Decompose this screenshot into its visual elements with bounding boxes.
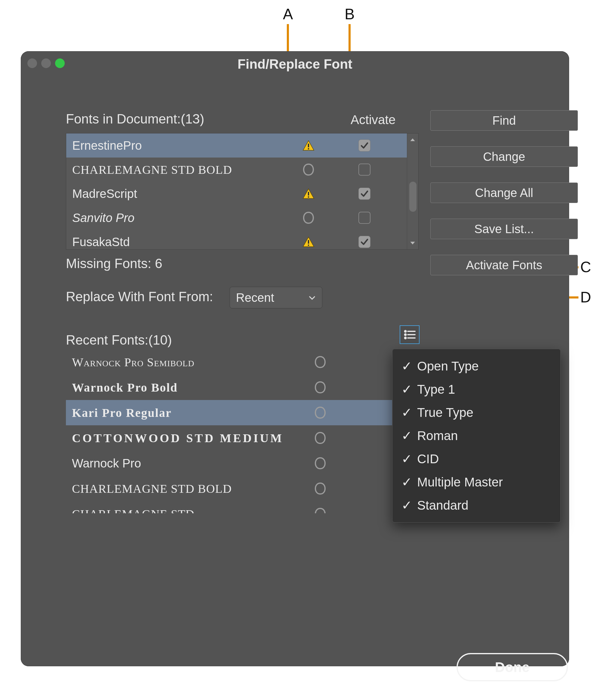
change-all-button[interactable]: Change All bbox=[430, 183, 578, 203]
check-icon: ✓ bbox=[401, 452, 412, 466]
scroll-down-icon[interactable] bbox=[409, 240, 416, 246]
find-button[interactable]: Find bbox=[430, 110, 578, 131]
scroll-thumb[interactable] bbox=[409, 182, 417, 212]
fonts-in-document-list[interactable]: ErnestineProCHARLEMAGNE STD BOLDMadreScr… bbox=[66, 133, 419, 250]
activate-checkbox[interactable] bbox=[359, 139, 370, 152]
replace-source-value: Recent bbox=[236, 291, 274, 304]
svg-point-4 bbox=[405, 338, 406, 339]
font-type-filter-popup: ✓Open Type✓Type 1✓True Type✓Roman✓CID✓Mu… bbox=[392, 349, 561, 522]
filter-option[interactable]: ✓Type 1 bbox=[400, 378, 552, 401]
callout-label-C: C bbox=[580, 259, 591, 276]
filter-option-label: Open Type bbox=[417, 359, 479, 374]
doc-font-row[interactable]: ErnestinePro bbox=[66, 133, 407, 158]
warning-icon bbox=[295, 188, 322, 199]
activate-fonts-button[interactable]: Activate Fonts bbox=[430, 255, 578, 275]
find-button-label: Find bbox=[492, 114, 516, 127]
callout-label-B: B bbox=[345, 5, 355, 23]
activate-checkbox[interactable] bbox=[359, 164, 370, 176]
doc-font-row[interactable]: FusakaStd bbox=[66, 230, 407, 249]
check-icon: ✓ bbox=[401, 382, 412, 397]
recent-fonts-list[interactable]: Warnock Pro SemiboldWarnock Pro BoldKari… bbox=[66, 349, 419, 513]
missing-fonts-label: Missing Fonts: 6 bbox=[66, 256, 162, 271]
recent-font-row[interactable]: Warnock Pro Semibold bbox=[66, 349, 419, 375]
opentype-icon bbox=[307, 381, 334, 394]
recent-font-row[interactable]: COTTONWOOD STD MEDIUM bbox=[66, 425, 419, 451]
recent-font-row[interactable]: Warnock Pro bbox=[66, 451, 419, 476]
scrollbar[interactable] bbox=[407, 133, 418, 249]
filter-option-label: Roman bbox=[417, 429, 458, 443]
callout-label-A: A bbox=[283, 5, 293, 23]
font-name: CHARLEMAGNE STD bbox=[72, 507, 307, 514]
filter-option-label: CID bbox=[417, 452, 439, 466]
filter-option[interactable]: ✓True Type bbox=[400, 401, 552, 424]
done-button[interactable]: Done bbox=[457, 653, 568, 681]
opentype-icon bbox=[307, 431, 334, 445]
activate-checkbox[interactable] bbox=[359, 212, 370, 224]
opentype-icon bbox=[307, 457, 334, 470]
save-list-button[interactable]: Save List... bbox=[430, 219, 578, 239]
font-name: Warnock Pro bbox=[72, 457, 307, 470]
opentype-icon bbox=[307, 507, 334, 513]
activate-checkbox[interactable] bbox=[359, 188, 370, 200]
check-icon: ✓ bbox=[401, 428, 412, 443]
check-icon: ✓ bbox=[401, 359, 412, 374]
save-list-button-label: Save List... bbox=[474, 222, 534, 236]
activate-checkbox[interactable] bbox=[359, 236, 370, 248]
list-filter-icon bbox=[404, 329, 416, 340]
recent-font-row[interactable]: CHARLEMAGNE STD bbox=[66, 501, 419, 513]
replace-source-dropdown[interactable]: Recent bbox=[230, 287, 322, 308]
fonts-in-document-label: Fonts in Document:(13) bbox=[66, 111, 204, 127]
warning-icon bbox=[295, 140, 322, 151]
recent-fonts-label: Recent Fonts:(10) bbox=[66, 332, 172, 348]
font-name: Warnock Pro Bold bbox=[72, 380, 307, 395]
opentype-icon bbox=[307, 406, 334, 419]
filter-option[interactable]: ✓Multiple Master bbox=[400, 470, 552, 494]
doc-font-row[interactable]: CHARLEMAGNE STD BOLD bbox=[66, 158, 407, 182]
font-name: CHARLEMAGNE STD BOLD bbox=[72, 482, 307, 496]
check-icon: ✓ bbox=[401, 475, 412, 489]
change-all-button-label: Change All bbox=[475, 186, 533, 200]
callout-label-D: D bbox=[580, 289, 591, 306]
filter-option-label: Type 1 bbox=[417, 382, 455, 397]
filter-option[interactable]: ✓CID bbox=[400, 447, 552, 470]
recent-font-row[interactable]: Warnock Pro Bold bbox=[66, 375, 419, 400]
opentype-icon bbox=[295, 211, 322, 224]
change-button[interactable]: Change bbox=[430, 146, 578, 167]
opentype-icon bbox=[307, 355, 334, 369]
scroll-up-icon[interactable] bbox=[409, 136, 416, 143]
opentype-icon bbox=[295, 163, 322, 176]
svg-point-2 bbox=[405, 334, 406, 335]
warning-icon bbox=[295, 237, 322, 247]
chevron-down-icon bbox=[308, 294, 316, 301]
filter-option[interactable]: ✓Open Type bbox=[400, 354, 552, 378]
opentype-icon bbox=[307, 482, 334, 495]
filter-option-label: Standard bbox=[417, 498, 468, 513]
window-title: Find/Replace Font bbox=[21, 57, 569, 72]
doc-font-row[interactable]: MadreScript bbox=[66, 182, 407, 206]
font-name: ErnestinePro bbox=[72, 139, 295, 153]
titlebar: Find/Replace Font bbox=[21, 51, 569, 77]
doc-font-row[interactable]: Sanvito Pro bbox=[66, 206, 407, 230]
font-name: CHARLEMAGNE STD BOLD bbox=[72, 163, 295, 177]
recent-font-row[interactable]: Kari Pro Regular bbox=[66, 400, 419, 425]
activate-column-header: Activate bbox=[350, 113, 395, 127]
activate-fonts-button-label: Activate Fonts bbox=[466, 259, 542, 272]
svg-point-0 bbox=[405, 331, 406, 332]
filter-option-label: Multiple Master bbox=[417, 475, 503, 489]
font-name: Kari Pro Regular bbox=[72, 406, 307, 420]
font-name: Sanvito Pro bbox=[72, 211, 295, 225]
filter-menu-button[interactable] bbox=[400, 325, 420, 344]
filter-option[interactable]: ✓Roman bbox=[400, 424, 552, 447]
recent-font-row[interactable]: CHARLEMAGNE STD BOLD bbox=[66, 476, 419, 501]
replace-with-label: Replace With Font From: bbox=[66, 289, 213, 304]
diagram-stage: A B C D Find/Replace Font Fonts in Docum… bbox=[0, 0, 595, 700]
filter-option-label: True Type bbox=[417, 405, 474, 420]
find-replace-font-window: Find/Replace Font Fonts in Document:(13)… bbox=[21, 51, 569, 666]
change-button-label: Change bbox=[483, 150, 525, 164]
font-name: Warnock Pro Semibold bbox=[72, 355, 307, 369]
font-name: FusakaStd bbox=[72, 235, 295, 249]
font-name: MadreScript bbox=[72, 187, 295, 200]
done-button-label: Done bbox=[495, 659, 530, 675]
check-icon: ✓ bbox=[401, 405, 412, 420]
filter-option[interactable]: ✓Standard bbox=[400, 494, 552, 517]
